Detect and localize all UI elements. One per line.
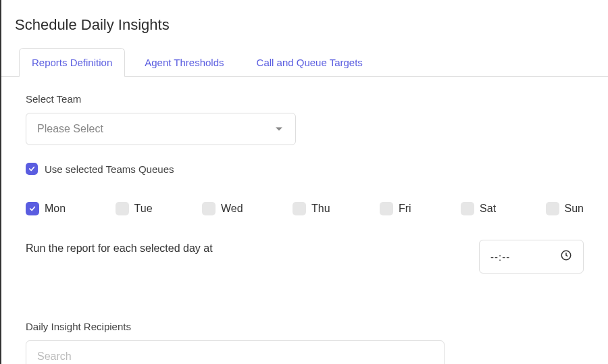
content-area: Select Team Please Select Use selected T… <box>1 77 608 364</box>
day-checkbox-tue[interactable] <box>116 202 129 215</box>
recipients-label: Daily Insight Recipients <box>26 321 584 332</box>
time-value: --:-- <box>490 251 510 263</box>
day-checkbox-mon[interactable] <box>26 202 39 215</box>
day-label-mon: Mon <box>45 203 66 215</box>
tabs: Reports Definition Agent Thresholds Call… <box>1 48 608 77</box>
day-item-sun: Sun <box>546 202 584 215</box>
use-teams-queues-checkbox[interactable] <box>26 163 38 175</box>
select-team-wrapper: Please Select <box>26 113 296 145</box>
recipients-search-input[interactable] <box>26 340 445 364</box>
check-icon <box>29 205 36 212</box>
page-title: Schedule Daily Insights <box>1 0 608 47</box>
day-item-sat: Sat <box>461 202 496 215</box>
tab-reports-definition[interactable]: Reports Definition <box>19 48 125 77</box>
select-team-label: Select Team <box>26 93 584 105</box>
run-row: Run the report for each selected day at … <box>26 240 584 274</box>
use-teams-queues-row: Use selected Teams Queues <box>26 163 584 175</box>
tab-call-queue-targets[interactable]: Call and Queue Targets <box>244 48 376 77</box>
check-icon <box>28 165 35 172</box>
day-label-thu: Thu <box>311 203 330 215</box>
days-row: Mon Tue Wed Thu Fri Sat Sun <box>26 202 584 215</box>
select-team-dropdown[interactable]: Please Select <box>26 113 296 145</box>
clock-icon <box>560 249 572 264</box>
day-item-tue: Tue <box>116 202 153 215</box>
tabs-container: Reports Definition Agent Thresholds Call… <box>1 47 608 77</box>
day-label-wed: Wed <box>221 203 243 215</box>
day-checkbox-fri[interactable] <box>380 202 393 215</box>
day-label-sat: Sat <box>480 203 496 215</box>
time-input[interactable]: --:-- <box>479 240 584 274</box>
use-teams-queues-label: Use selected Teams Queues <box>45 163 174 175</box>
day-label-fri: Fri <box>399 203 411 215</box>
select-team-placeholder: Please Select <box>37 123 103 135</box>
day-checkbox-sun[interactable] <box>546 202 559 215</box>
day-checkbox-thu[interactable] <box>293 202 306 215</box>
day-item-wed: Wed <box>202 202 243 215</box>
day-item-fri: Fri <box>380 202 411 215</box>
run-text: Run the report for each selected day at <box>26 240 213 255</box>
tab-agent-thresholds[interactable]: Agent Thresholds <box>132 48 236 77</box>
day-checkbox-sat[interactable] <box>461 202 474 215</box>
day-label-tue: Tue <box>134 203 153 215</box>
day-checkbox-wed[interactable] <box>202 202 216 215</box>
day-label-sun: Sun <box>565 203 584 215</box>
day-item-thu: Thu <box>293 202 330 215</box>
day-item-mon: Mon <box>26 202 66 215</box>
